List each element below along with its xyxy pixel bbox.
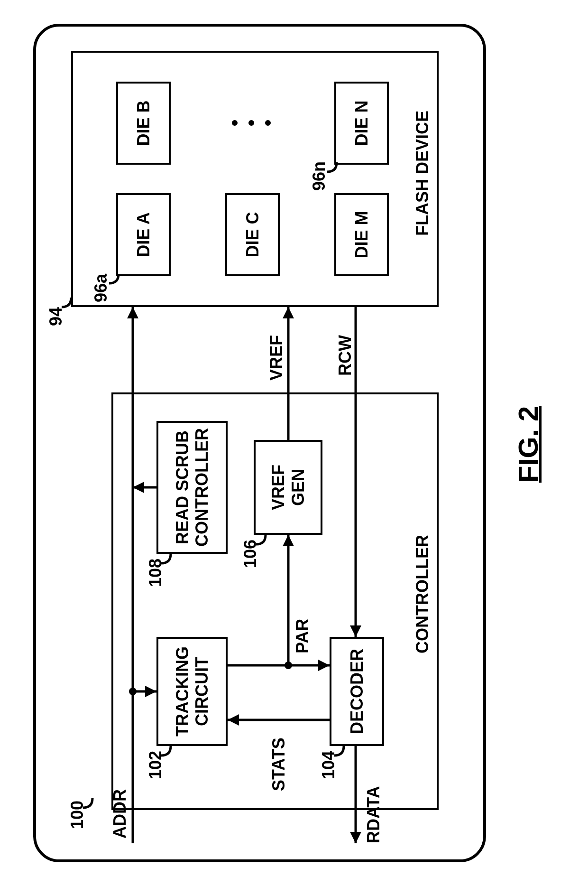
- wires: ADDR PAR STATS VREF: [0, 0, 588, 886]
- signal-par: PAR: [293, 619, 312, 653]
- controller-ref: 100: [67, 801, 87, 829]
- ellipsis-icon: [232, 120, 271, 126]
- tracking-ref: 102: [146, 751, 165, 779]
- svg-point-0: [232, 120, 238, 126]
- vrefgen-ref: 106: [240, 540, 260, 568]
- signal-stats: STATS: [269, 737, 288, 791]
- die-a-ref: 96a: [91, 273, 110, 302]
- svg-marker-16: [228, 714, 239, 726]
- decoder-ref: 104: [319, 751, 338, 779]
- svg-marker-9: [133, 482, 144, 493]
- svg-marker-22: [350, 832, 361, 843]
- readscrub-ref: 108: [146, 559, 165, 587]
- diagram-canvas: CONTROLLER TRACKING CIRCUIT READ SCRUB C…: [0, 0, 588, 886]
- flash-ref: 94: [46, 307, 65, 326]
- svg-marker-7: [145, 686, 156, 697]
- signal-vref: VREF: [266, 335, 286, 381]
- svg-marker-14: [283, 535, 294, 546]
- svg-marker-11: [318, 660, 330, 671]
- die-n-ref: 96n: [309, 161, 329, 191]
- svg-marker-20: [350, 625, 361, 637]
- signal-rdata: RDATA: [364, 786, 383, 843]
- svg-point-2: [265, 120, 271, 126]
- svg-point-1: [248, 120, 254, 126]
- signal-rcw: RCW: [335, 335, 355, 376]
- svg-marker-18: [283, 307, 294, 318]
- svg-marker-4: [127, 307, 138, 318]
- signal-addr: ADDR: [110, 789, 129, 839]
